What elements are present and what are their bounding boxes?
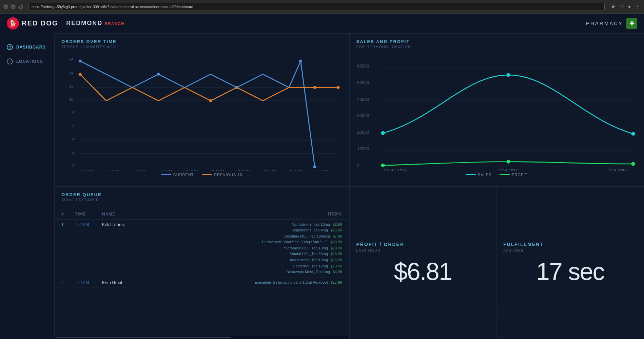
orders-chart-panel: ORDERS OVER TIME VERSUS 10 MINUTES AGO 0… [54,33,349,186]
item-line: Imipramine HCL_Tab 10mg $18.99 [146,245,342,251]
svg-text:10000: 10000 [357,147,369,151]
svg-text:4: 4 [72,137,74,141]
item-line: Furosemide_Oral Soln 50mg / 5ml S / F $3… [146,239,342,245]
svg-text:2: 2 [72,150,74,154]
fulfillment-subtitle: AVG TIME [503,248,637,252]
order-queue-panel: ORDER QUEUE BEING PREPARED # TIME NAME I… [54,186,349,339]
order-table-body[interactable]: 1 7:21PM Kirk Lazarus Nortriptyline_Tab … [55,220,349,336]
item-line: Carvedilol_Tab 12mg $13.99 [146,263,342,269]
hex-pattern-2 [549,278,644,339]
fulfillment-panel: FULFILLMENT AVG TIME 17 sec [496,187,644,339]
svg-point-57 [381,164,385,167]
order-name-1: Kirk Lazarus [102,222,146,227]
svg-text:8: 8 [72,111,74,115]
svg-text:2:15PM: 2:15PM [132,169,146,170]
item-line: Clonidine HCL_Tab 100mcg $7.99 [146,233,342,240]
sidebar-dashboard-label: DASHBOARD [16,45,46,50]
forward-button[interactable]: → [11,4,16,9]
menu-icon[interactable]: ⋮ [635,4,641,10]
orders-legend: CURRENT PREVIOUS 10 [61,173,342,177]
item-line: Exenatide_Inj 5mcg / 0.02ml 1.2ml Pfs (6… [146,280,342,286]
table-row: 1 7:21PM Kirk Lazarus Nortriptyline_Tab … [55,220,349,278]
svg-text:2:13PM: 2:13PM [80,169,94,170]
svg-text:14: 14 [69,71,74,75]
legend-previous: PREVIOUS 10 [202,173,242,177]
item-line: Risperidone_Tab 4mg $16.99 [146,227,342,233]
svg-text:30000: 30000 [357,114,369,118]
extension-icon[interactable]: □ [618,4,624,10]
pharmacy-icon: ✚ [626,18,637,29]
profile-icon[interactable]: ● [626,4,632,10]
svg-marker-75 [627,301,644,325]
svg-text:2:14PM: 2:14PM [106,169,120,170]
svg-point-33 [79,73,82,76]
svg-point-32 [313,165,316,168]
back-button[interactable]: ← [3,4,8,9]
svg-text:12/16 2PM: 12/16 2PM [606,169,626,170]
svg-marker-72 [566,301,586,325]
profit-order-subtitle: LAST HOUR [356,248,490,252]
orders-chart-title: ORDERS OVER TIME [61,39,342,44]
content: ORDERS OVER TIME VERSUS 10 MINUTES AGO 0… [54,33,644,339]
sales-legend: SALES PROFIT [356,173,637,177]
svg-text:10: 10 [69,97,74,101]
logo-area: 🐕 RED DOG REDMOND BRANCH [7,17,124,30]
svg-text:2:21PM: 2:21PM [289,169,303,170]
svg-marker-62 [449,281,469,305]
top-header: 🐕 RED DOG REDMOND BRANCH PHARMACY ✚ [0,14,644,33]
url-text: https://reddog--59yfvg3.proudglacier-009… [32,5,193,9]
order-num-1: 1 [61,222,75,227]
item-line: Atorvastatin_Tab 10mg $16.99 [146,257,342,263]
order-items-1: Nortriptyline_Tab 10mg $2.99 Risperidone… [146,222,342,275]
branch-area: REDMOND BRANCH [66,20,124,27]
svg-text:20000: 20000 [357,130,369,135]
svg-text:2:18PM: 2:18PM [211,169,224,170]
svg-point-28 [79,59,82,62]
svg-text:12: 12 [69,84,74,88]
svg-text:12/16 1PM: 12/16 1PM [496,169,517,170]
sales-chart-subtitle: FOR REDMOND LOCATION [356,45,637,49]
order-num-2: 2 [61,280,75,285]
star-icon[interactable]: ★ [610,4,616,10]
item-line: Sotalol HCL_Tab 80mg $16.99 [146,251,342,257]
url-bar[interactable]: https://reddog--59yfvg3.proudglacier-009… [28,3,605,11]
previous-line-legend [202,174,212,175]
svg-text:12/16 12PM: 12/16 12PM [383,169,406,170]
svg-point-34 [209,99,212,102]
sales-chart-panel: SALES AND PROFIT FOR REDMOND LOCATION 0 … [349,33,644,186]
sales-chart-svg: 0 10000 20000 30000 40000 50000 60000 [356,53,637,171]
order-name-2: Eliza Grant [102,280,146,285]
item-line: Doxazosin Mesil_Tab 1mg $4.99 [146,269,342,275]
svg-point-58 [506,160,510,164]
reload-button[interactable]: ↻ [18,4,23,9]
svg-point-31 [299,59,302,62]
sidebar-item-dashboard[interactable]: ⊙ DASHBOARD [0,40,54,54]
horizontal-scrollbar[interactable] [56,337,231,338]
browser-icons: ★ □ ● ⋮ [610,4,641,10]
svg-point-59 [631,162,635,166]
stats-area: PROFIT / ORDER LAST HOUR $6.81 [349,186,644,339]
orders-chart-subtitle: VERSUS 10 MINUTES AGO [61,45,342,49]
current-line-legend [161,174,171,175]
legend-profit: PROFIT [500,173,527,177]
col-time: TIME [75,212,102,216]
sales-line-legend [466,174,476,175]
sidebar-locations-label: LOCATIONS [16,59,43,64]
sidebar-item-locations[interactable]: ○ LOCATIONS [0,54,54,69]
main-layout: ⊙ DASHBOARD ○ LOCATIONS ORDERS OVER TIME… [0,33,644,339]
sales-path [383,75,633,134]
fulfillment-title: FULFILLMENT [503,242,637,247]
branch-label: BRANCH [104,21,124,26]
fulfillment-value: 17 sec [536,259,604,284]
logo: 🐕 RED DOG [7,17,58,30]
svg-point-56 [631,132,635,136]
order-items-2: Exenatide_Inj 5mcg / 0.02ml 1.2ml Pfs (6… [146,280,342,286]
sidebar: ⊙ DASHBOARD ○ LOCATIONS [0,33,54,339]
svg-text:50000: 50000 [357,80,369,85]
logo-icon: 🐕 [7,17,19,30]
svg-text:16: 16 [69,58,74,62]
svg-text:2:22PM: 2:22PM [315,169,329,170]
svg-point-29 [157,73,160,76]
sales-chart-container: 0 10000 20000 30000 40000 50000 60000 [356,53,637,171]
svg-marker-74 [606,301,627,325]
